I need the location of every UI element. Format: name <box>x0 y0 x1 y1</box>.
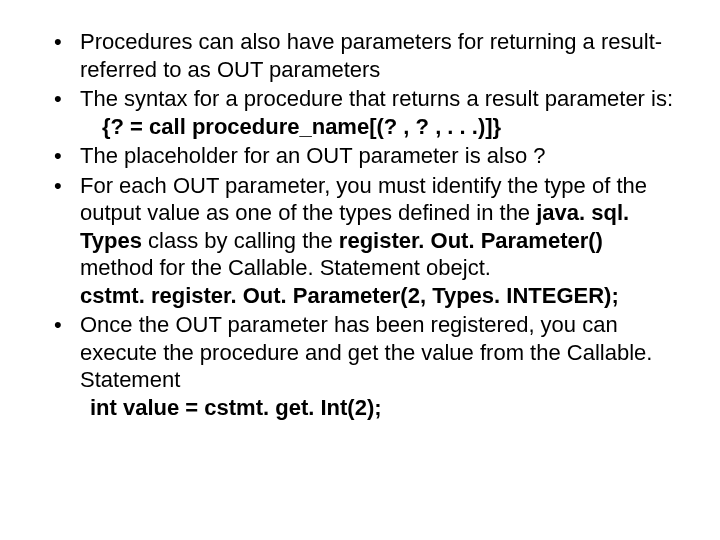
bullet-text: class by calling the <box>142 228 339 253</box>
code-line: {? = call procedure_name[(? , ? , . . .)… <box>80 113 680 141</box>
list-item: For each OUT parameter, you must identif… <box>40 172 680 310</box>
bullet-text: method for the Callable. Statement obejc… <box>80 255 491 280</box>
code-line: int value = cstmt. get. Int(2); <box>80 394 680 422</box>
bullet-text: Once the OUT parameter has been register… <box>80 312 652 392</box>
list-item: The syntax for a procedure that returns … <box>40 85 680 140</box>
code-line: cstmt. register. Out. Parameter(2, Types… <box>80 282 680 310</box>
bullet-list: Procedures can also have parameters for … <box>40 28 680 421</box>
bullet-text: The placeholder for an OUT parameter is … <box>80 143 546 168</box>
bullet-text: The syntax for a procedure that returns … <box>80 86 673 111</box>
bold-text: register. Out. Parameter() <box>339 228 603 253</box>
bullet-text: Procedures can also have parameters for … <box>80 29 662 82</box>
list-item: The placeholder for an OUT parameter is … <box>40 142 680 170</box>
list-item: Procedures can also have parameters for … <box>40 28 680 83</box>
list-item: Once the OUT parameter has been register… <box>40 311 680 421</box>
